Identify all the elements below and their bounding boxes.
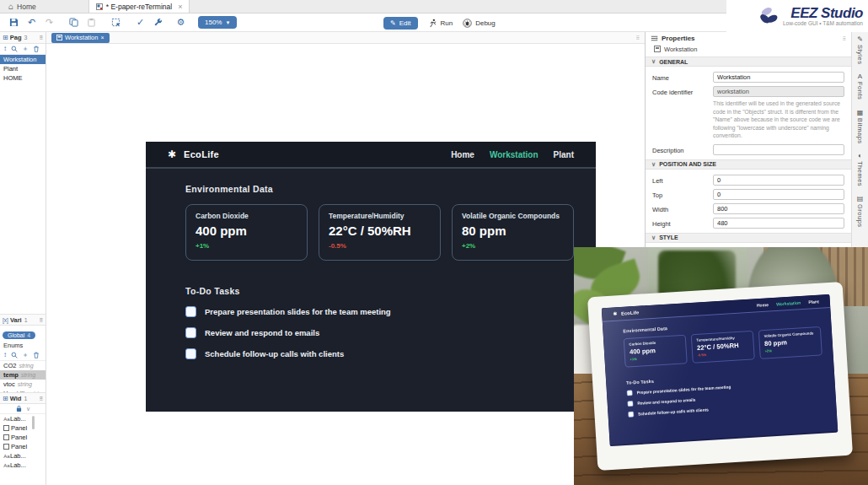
top-field-row: Top [646,187,851,202]
debug-mode-button[interactable]: Debug [463,19,496,28]
todo-checkbox[interactable] [185,348,196,359]
home-icon: ⌂ [8,2,13,11]
properties-breadcrumb[interactable]: Workstation [646,44,851,54]
save-button[interactable] [8,17,19,28]
page-item-plant[interactable]: Plant [0,64,46,73]
design-nav: Home Workstation Plant [451,150,574,159]
widgets-scrollbar[interactable] [32,416,35,429]
variables-panel-header: [x] Vari 1 ⠿ [0,314,46,326]
sort-icon[interactable]: ↕ [3,352,7,358]
label-widget-icon: Aa [3,463,10,468]
global-variables-tab[interactable]: Global 4 [3,331,35,339]
ecolife-page-design[interactable]: ✱ EcoLife Home Workstation Plant Environ… [146,142,596,412]
todo-checkbox[interactable] [185,327,196,338]
todo-checkbox[interactable] [185,306,196,317]
add-variable-button[interactable]: ＋ [22,352,29,358]
design-nav-workstation[interactable]: Workstation [490,150,538,159]
variable-type: string [21,372,35,378]
card-temperature-humidity[interactable]: Temperature/Humidity 22°C / 50%RH -0.5% [319,204,441,261]
sort-icon[interactable]: ↕ [3,46,7,52]
tab-home[interactable]: ⌂ Home [0,0,48,13]
widget-row-label[interactable]: AaLab... [0,461,46,470]
zoom-level-dropdown[interactable]: 150% ▼ [198,16,237,29]
tab-groups[interactable]: ▤ Groups [856,195,864,228]
canvas-dock-icon[interactable]: ⠿ [636,35,640,40]
todo-text: Prepare presentation slides for the team… [636,385,731,395]
variable-row-vtoc[interactable]: vtoc string [0,380,46,389]
card-delta: +2% [462,242,564,250]
add-page-button[interactable]: ＋ [22,46,29,52]
lock-icon[interactable] [15,405,23,412]
design-nav: Home Workstation Plant [757,299,819,308]
paste-button[interactable] [86,17,97,28]
width-input[interactable] [713,203,844,214]
canvas-tab-workstation[interactable]: Workstation × [51,33,110,43]
bitmaps-icon: ▦ [857,109,864,116]
card-delta: +1% [630,354,682,361]
widget-row-label[interactable]: AaLab... [0,451,46,461]
undo-button[interactable]: ↶ [26,17,37,28]
page-item-workstation[interactable]: Workstation [0,55,46,64]
design-nav-plant[interactable]: Plant [554,150,574,159]
widgets-panel-icon: ⊞ [3,395,8,402]
enums-tab[interactable]: Enums [0,341,46,350]
card-delta: +2% [765,346,817,353]
name-input[interactable] [713,72,844,83]
top-input[interactable] [713,189,844,200]
card-carbon-dioxide[interactable]: Carbon Dioxide 400 ppm +1% [185,204,308,261]
left-input[interactable] [713,175,844,186]
variable-row-co2[interactable]: CO2 string [0,361,46,370]
close-icon[interactable]: × [100,35,104,40]
widgets-lock-row: ∨ [0,404,46,414]
widgets-dock-icon[interactable]: ⠿ [40,396,43,401]
check-build-button[interactable]: ✓ [135,17,146,28]
variables-panel-title: Vari [10,316,22,324]
variable-row-temp[interactable]: temp string [0,370,46,380]
tab-styles[interactable]: ✎ Styles [856,35,864,64]
tab-bitmaps[interactable]: ▦ Bitmaps [856,109,864,144]
select-tool-button[interactable] [110,17,121,28]
groups-icon: ▤ [857,195,864,202]
tab-bitmaps-label: Bitmaps [856,118,864,144]
todo-item: Schedule follow-up calls with clients [185,348,574,359]
pages-dock-icon[interactable]: ⠿ [40,35,43,40]
ecolife-leaf-icon: ✱ [168,148,176,160]
search-icon[interactable] [11,46,18,52]
run-mode-button[interactable]: Run [428,19,453,28]
properties-dock-icon[interactable]: ⠿ [843,35,846,41]
widget-row-panel[interactable]: Panel [0,442,46,451]
tab-fonts[interactable]: A Fonts [856,73,864,100]
copy-button[interactable] [68,17,79,28]
variable-type: string [19,363,33,369]
page-item-home[interactable]: HOME [0,73,46,83]
env-cards: Carbon Dioxide 400 ppm +1% Temperature/H… [624,326,822,367]
design-nav-home[interactable]: Home [451,150,474,159]
todo-text: Schedule follow-up calls with clients [638,407,709,417]
section-style[interactable]: ∨ STYLE [646,233,851,243]
section-position-size[interactable]: ∨ POSITION AND SIZE [646,159,851,170]
edit-mode-button[interactable]: ✎ Edit [383,17,418,30]
variables-dock-icon[interactable]: ⠿ [40,317,43,323]
height-input[interactable] [713,218,844,229]
tab-themes[interactable]: ◐ Themes [856,152,864,186]
widget-row-panel[interactable]: Panel [0,423,46,433]
widget-row-label[interactable]: AaLab... [0,414,46,423]
widget-row-panel[interactable]: Panel [0,433,46,442]
wrench-settings-button[interactable] [153,17,163,28]
label-widget-icon: Aa [3,454,10,459]
variables-panel-icon: [x] [3,317,8,323]
card-voc[interactable]: Volatile Organic Compounds 80 ppm +2% [452,204,574,261]
section-general[interactable]: ∨ GENERAL [646,57,851,67]
editor-canvas[interactable]: Workstation × ⠿ ✱ EcoLife Home Workstati… [46,32,645,485]
height-field-row: Height [646,216,851,230]
delete-page-button[interactable] [33,46,40,52]
tab-project[interactable]: * E-paper-reTerminal × [88,0,190,13]
description-input[interactable] [713,144,844,155]
delete-variable-button[interactable] [33,352,40,358]
widget-label: Panel [11,434,27,441]
search-icon[interactable] [11,352,18,358]
close-icon[interactable]: × [178,3,182,11]
gear-settings-button[interactable]: ⚙ [175,17,186,28]
redo-button[interactable]: ↷ [44,17,55,28]
chevron-down-icon[interactable]: ∨ [26,406,30,412]
